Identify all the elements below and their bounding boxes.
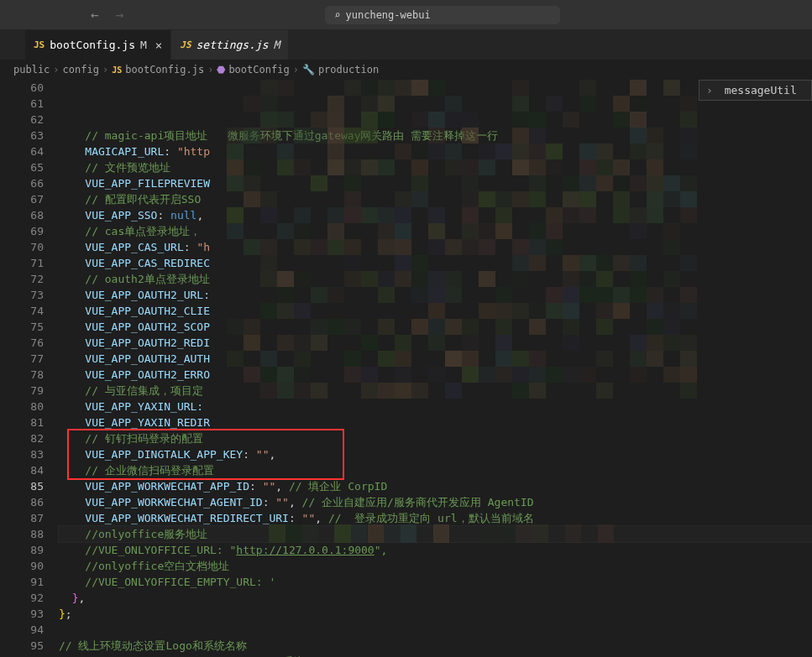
- js-file-icon: JS: [180, 39, 191, 50]
- editor-tabs: JS bootConfig.js M × JS settings.js M: [0, 30, 812, 60]
- outline-pane[interactable]: › messageUtil: [699, 80, 812, 101]
- breadcrumb-item[interactable]: bootConfig: [228, 64, 289, 76]
- js-file-icon: JS: [112, 65, 122, 75]
- breadcrumb: public › config › JS bootConfig.js › ⬣ b…: [0, 60, 812, 80]
- chevron-right-icon: ›: [207, 64, 213, 76]
- wrench-icon: 🔧: [302, 64, 315, 76]
- symbol-icon: ⬣: [217, 64, 225, 76]
- modified-indicator: M: [274, 39, 280, 51]
- nav-back-icon[interactable]: ←: [91, 7, 99, 23]
- nav-forward-icon[interactable]: →: [116, 7, 124, 23]
- editor[interactable]: 6061626364656667686970717273747576777879…: [0, 80, 812, 657]
- tab-label: bootConfig.js: [50, 39, 135, 51]
- chevron-right-icon: ›: [293, 64, 299, 76]
- line-gutter: 6061626364656667686970717273747576777879…: [0, 80, 59, 657]
- titlebar: ← → ⌕ yuncheng-webui: [0, 0, 812, 30]
- chevron-right-icon: ›: [53, 64, 59, 76]
- tab-bootconfig[interactable]: JS bootConfig.js M ×: [25, 30, 171, 60]
- js-file-icon: JS: [34, 39, 45, 50]
- close-icon[interactable]: ×: [155, 39, 162, 52]
- tab-settings[interactable]: JS settings.js M: [171, 30, 289, 60]
- search-icon: ⌕: [334, 9, 340, 21]
- modified-indicator: M: [140, 39, 147, 51]
- chevron-right-icon: ›: [706, 84, 713, 96]
- breadcrumb-item[interactable]: config: [63, 64, 99, 76]
- command-center-search[interactable]: ⌕ yuncheng-webui: [325, 6, 560, 24]
- breadcrumb-item[interactable]: production: [318, 64, 379, 76]
- tab-label: settings.js: [196, 39, 269, 51]
- code-area[interactable]: // magic-api项目地址 微服务环境下通过gateway网关路由 需要注…: [59, 80, 812, 657]
- search-text: yuncheng-webui: [346, 9, 431, 21]
- breadcrumb-item[interactable]: bootConfig.js: [125, 64, 204, 76]
- outline-item[interactable]: messageUtil: [725, 84, 797, 96]
- chevron-right-icon: ›: [102, 64, 108, 76]
- breadcrumb-item[interactable]: public: [13, 64, 50, 76]
